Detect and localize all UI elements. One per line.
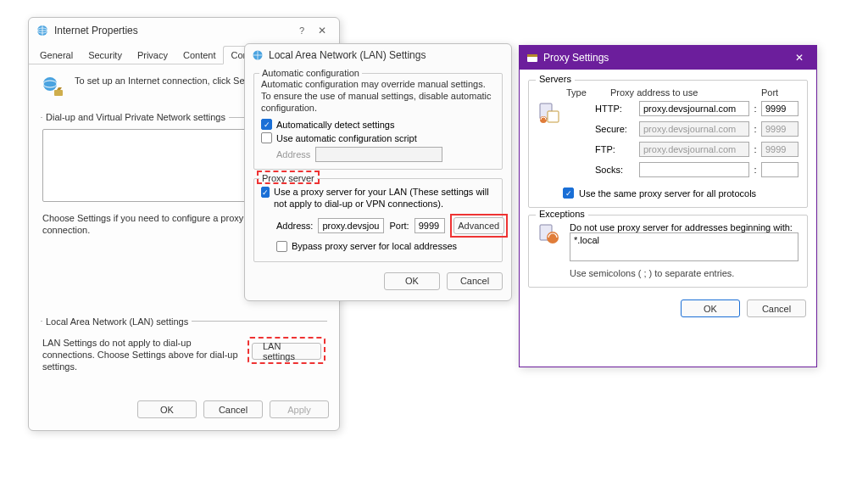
proxy-legend: Proxy server bbox=[259, 173, 317, 183]
same-proxy-checkbox[interactable] bbox=[563, 188, 574, 199]
lan-legend: Local Area Network (LAN) settings bbox=[42, 316, 192, 327]
svg-rect-4 bbox=[54, 90, 63, 96]
cancel-button[interactable]: Cancel bbox=[203, 400, 263, 418]
bypass-local-checkbox[interactable] bbox=[276, 241, 287, 252]
script-address-label: Address bbox=[276, 149, 310, 160]
server-row-ftp: FTP: : bbox=[566, 142, 798, 157]
lan-desc: LAN Settings do not apply to dial-up con… bbox=[42, 337, 241, 373]
servers-icon bbox=[537, 101, 563, 182]
secure-address-input bbox=[639, 121, 749, 137]
advanced-button[interactable]: Advanced bbox=[453, 217, 504, 234]
setup-text: To set up an Internet connection, click … bbox=[75, 75, 272, 87]
server-row-http: HTTP: : bbox=[566, 101, 798, 116]
globe-icon bbox=[36, 24, 49, 37]
footer: OK Cancel bbox=[520, 291, 816, 326]
ok-button[interactable]: OK bbox=[384, 272, 440, 290]
server-row-secure: Secure: : bbox=[566, 121, 798, 137]
globe-icon bbox=[252, 49, 264, 62]
auto-script-checkbox[interactable] bbox=[261, 132, 272, 143]
tab-security[interactable]: Security bbox=[81, 46, 130, 64]
ok-button[interactable]: OK bbox=[137, 400, 197, 418]
same-proxy-label: Use the same proxy server for all protoc… bbox=[579, 188, 756, 199]
proxy-address-input[interactable] bbox=[318, 218, 384, 233]
close-button[interactable]: ✕ bbox=[789, 52, 810, 64]
proxy-server-group: Proxy server Use a proxy server for your… bbox=[253, 178, 503, 262]
connection-wizard-icon bbox=[41, 75, 66, 100]
exceptions-group: Exceptions Do not use proxy server for a… bbox=[528, 215, 808, 288]
row-label: Secure: bbox=[595, 124, 636, 134]
auto-config-legend: Automatic configuration bbox=[259, 68, 362, 78]
ftp-port-input bbox=[761, 142, 798, 157]
lan-settings-window: Local Area Network (LAN) Settings Automa… bbox=[244, 43, 512, 301]
exceptions-textarea[interactable] bbox=[570, 232, 798, 261]
http-port-input[interactable] bbox=[761, 101, 798, 116]
cancel-button[interactable]: Cancel bbox=[447, 272, 503, 290]
auto-config-group: Automatic configuration Automatic config… bbox=[253, 73, 503, 170]
proxy-port-input[interactable] bbox=[415, 218, 445, 233]
window-title: Proxy Settings bbox=[543, 52, 789, 64]
window-title: Local Area Network (LAN) Settings bbox=[269, 49, 426, 61]
proxy-settings-window: Proxy Settings ✕ Servers Type Proxy addr… bbox=[519, 45, 817, 367]
servers-legend: Servers bbox=[536, 74, 575, 84]
lan-group: Local Area Network (LAN) settings LAN Se… bbox=[41, 316, 327, 375]
tab-general[interactable]: General bbox=[32, 46, 81, 64]
titlebar: Proxy Settings ✕ bbox=[520, 46, 816, 70]
svg-rect-9 bbox=[548, 111, 559, 122]
exceptions-legend: Exceptions bbox=[536, 209, 588, 219]
window-title: Internet Properties bbox=[54, 25, 292, 36]
bypass-local-label: Bypass proxy server for local addresses bbox=[292, 241, 457, 251]
servers-group: Servers Type Proxy address to use Port H… bbox=[528, 80, 808, 208]
row-label: HTTP: bbox=[595, 104, 636, 114]
auto-detect-label: Automatically detect settings bbox=[276, 120, 394, 130]
col-addr: Proxy address to use bbox=[610, 87, 749, 98]
auto-script-label: Use automatic configuration script bbox=[276, 133, 417, 143]
footer: OK Cancel bbox=[245, 266, 511, 297]
use-proxy-checkbox[interactable] bbox=[261, 187, 270, 198]
ok-button[interactable]: OK bbox=[681, 299, 740, 317]
row-label: FTP: bbox=[595, 144, 636, 154]
exceptions-hint: Use semicolons ( ; ) to separate entries… bbox=[570, 268, 798, 278]
col-port: Port bbox=[761, 87, 798, 98]
titlebar: Local Area Network (LAN) Settings bbox=[245, 44, 511, 66]
use-proxy-label: Use a proxy server for your LAN (These s… bbox=[274, 187, 495, 210]
auto-config-desc: Automatic configuration may override man… bbox=[261, 79, 495, 114]
lan-settings-button[interactable]: LAN settings bbox=[252, 343, 321, 360]
socks-address-input[interactable] bbox=[639, 162, 749, 177]
row-label: Socks: bbox=[595, 165, 636, 175]
apply-button[interactable]: Apply bbox=[270, 400, 329, 418]
col-type: Type bbox=[566, 87, 607, 98]
address-label: Address: bbox=[276, 221, 313, 231]
vpn-legend: Dial-up and Virtual Private Network sett… bbox=[42, 112, 229, 122]
exceptions-desc: Do not use proxy server for addresses be… bbox=[570, 222, 798, 232]
help-button[interactable]: ? bbox=[292, 25, 312, 36]
cancel-button[interactable]: Cancel bbox=[747, 299, 806, 317]
tab-privacy[interactable]: Privacy bbox=[130, 46, 175, 64]
lan-settings-highlight: LAN settings bbox=[248, 337, 326, 364]
script-address-input bbox=[315, 147, 442, 162]
tab-content[interactable]: Content bbox=[175, 46, 224, 64]
ftp-address-input bbox=[639, 142, 749, 157]
auto-detect-checkbox[interactable] bbox=[261, 119, 272, 130]
advanced-highlight: Advanced bbox=[450, 214, 508, 238]
http-address-input[interactable] bbox=[639, 101, 749, 116]
svg-point-2 bbox=[43, 77, 57, 91]
server-row-socks: Socks: : bbox=[566, 162, 798, 177]
titlebar: Internet Properties ? ✕ bbox=[29, 18, 339, 43]
proxy-title-icon bbox=[526, 52, 543, 64]
port-label: Port: bbox=[389, 221, 409, 231]
exceptions-icon bbox=[537, 222, 563, 246]
close-button[interactable]: ✕ bbox=[312, 25, 332, 36]
footer: OK Cancel Apply bbox=[29, 392, 339, 427]
svg-rect-7 bbox=[527, 54, 537, 57]
socks-port-input[interactable] bbox=[761, 162, 798, 177]
secure-port-input bbox=[761, 121, 798, 137]
